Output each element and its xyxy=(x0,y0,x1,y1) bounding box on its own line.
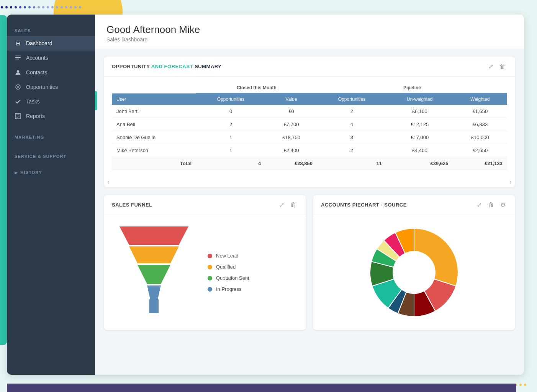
sidebar-item-dashboard[interactable]: ⊞ Dashboard xyxy=(7,36,95,51)
svg-point-39 xyxy=(17,70,19,72)
svg-point-11 xyxy=(51,6,54,8)
funnel-delete-button[interactable]: 🗑 xyxy=(289,201,298,209)
history-arrow-icon: ▶ xyxy=(15,171,18,175)
sidebar-section-history[interactable]: ▶ HISTORY xyxy=(7,166,95,179)
sidebar-item-opportunities[interactable]: Opportunities xyxy=(7,80,95,94)
legend-dot-qualified xyxy=(208,265,212,269)
legend-label-in-progress: In Progress xyxy=(216,286,241,292)
cell-closed-value: £0 xyxy=(265,105,317,118)
cell-total-closed-opps: 4 xyxy=(196,157,265,170)
cell-total-unweighted: £39,625 xyxy=(386,157,453,170)
opportunity-widget-title: OPPORTUNITY AND FORECAST SUMMARY xyxy=(112,64,221,69)
accounts-piechart-actions: ⤢ 🗑 ⚙ xyxy=(475,200,507,209)
tasks-icon xyxy=(15,98,21,105)
funnel-layer-3 xyxy=(138,265,170,284)
main-card: SALES ⊞ Dashboard Accounts Contacts xyxy=(7,15,524,375)
piechart-delete-button[interactable]: 🗑 xyxy=(486,201,496,209)
page-title: Good Afternoon Mike xyxy=(106,24,512,36)
opportunities-icon xyxy=(15,84,21,90)
sidebar-section-marketing: MARKETING xyxy=(7,127,95,143)
svg-point-13 xyxy=(61,6,63,8)
piechart-expand-button[interactable]: ⤢ xyxy=(475,200,483,209)
opportunity-table-wrapper: Closed this Month Pipeline User Opportun… xyxy=(104,77,515,176)
sidebar-item-tasks[interactable]: Tasks xyxy=(7,94,95,109)
piechart-settings-button[interactable]: ⚙ xyxy=(499,200,507,209)
page-header: Good Afternoon Mike Sales Dashboard xyxy=(95,15,524,49)
sales-funnel-title: SALES FUNNEL xyxy=(112,202,152,208)
page-subtitle: Sales Dashboard xyxy=(106,36,512,43)
svg-rect-37 xyxy=(15,57,21,58)
opp-title-part4: SUMMARY xyxy=(195,64,221,69)
funnel-svg xyxy=(116,223,192,322)
svg-point-6 xyxy=(28,6,31,8)
opportunity-delete-button[interactable]: 🗑 xyxy=(498,62,507,71)
cell-user: Sophie De Gualle xyxy=(112,131,196,144)
legend-dot-quotation xyxy=(208,276,212,280)
svg-point-16 xyxy=(74,6,77,8)
col-header-row: User Opportunities Value Opportunities U… xyxy=(112,93,507,105)
svg-point-1 xyxy=(5,6,8,8)
col-pipe-opps: Opportunities xyxy=(317,93,386,105)
legend-dot-in-progress xyxy=(208,287,212,292)
accounts-piechart-body xyxy=(313,215,515,330)
cell-unweighted: £17,000 xyxy=(386,131,453,144)
col-user: User xyxy=(112,93,196,105)
svg-point-0 xyxy=(1,6,3,8)
table-totals-row: Total 4 £28,850 11 £39,625 £21,133 xyxy=(112,157,507,170)
table-row: Sophie De Gualle 1 £18,750 3 £17,000 £10… xyxy=(112,131,507,144)
legend-label-new-lead: New Lead xyxy=(216,253,239,259)
legend-dot-new-lead xyxy=(208,254,212,258)
cell-total-weighted: £21,133 xyxy=(453,157,507,170)
svg-point-41 xyxy=(17,86,19,88)
sales-funnel-widget: SALES FUNNEL ⤢ 🗑 xyxy=(104,195,306,330)
cell-total-label: Total xyxy=(112,157,196,170)
sidebar-item-accounts[interactable]: Accounts xyxy=(7,51,95,65)
legend-item-qualified: Qualified xyxy=(208,264,249,270)
sidebar-item-contacts[interactable]: Contacts xyxy=(7,65,95,80)
donut-svg xyxy=(364,223,464,322)
col-closed-value: Value xyxy=(265,93,317,105)
funnel-expand-button[interactable]: ⤢ xyxy=(278,200,286,209)
cell-unweighted: £4,400 xyxy=(386,144,453,157)
opportunity-widget-header: OPPORTUNITY AND FORECAST SUMMARY ⤢ 🗑 xyxy=(104,57,515,77)
opportunity-widget: OPPORTUNITY AND FORECAST SUMMARY ⤢ 🗑 Clo… xyxy=(104,57,515,187)
legend-item-quotation: Quotation Sent xyxy=(208,275,249,281)
funnel-svg-container xyxy=(112,223,196,322)
scroll-hint: ‹ › xyxy=(104,176,515,187)
accounts-piechart-title: ACCOUNTS PIECHART - SOURCE xyxy=(321,202,407,208)
sidebar-item-reports[interactable]: Reports xyxy=(7,109,95,123)
cell-user: Ana Bell xyxy=(112,118,196,131)
sidebar: SALES ⊞ Dashboard Accounts Contacts xyxy=(7,15,95,375)
sidebar-section-history-label: HISTORY xyxy=(20,170,42,175)
svg-rect-36 xyxy=(15,56,21,56)
group-header-pipeline: Pipeline xyxy=(317,83,507,93)
legend-item-in-progress: In Progress xyxy=(208,286,249,292)
svg-point-3 xyxy=(15,6,17,8)
cell-total-closed-value: £28,850 xyxy=(265,157,317,170)
group-header-row: Closed this Month Pipeline xyxy=(112,83,507,93)
cell-closed-opps: 2 xyxy=(196,118,265,131)
funnel-legend: New Lead Qualified Quotation Sent xyxy=(208,253,249,292)
sidebar-label-contacts: Contacts xyxy=(26,69,47,75)
dashboard-body: OPPORTUNITY AND FORECAST SUMMARY ⤢ 🗑 Clo… xyxy=(95,49,524,338)
reports-icon xyxy=(15,113,21,120)
group-header-empty xyxy=(112,83,196,93)
cell-weighted: £10,000 xyxy=(453,131,507,144)
opp-title-part1: OPPORTUNITY xyxy=(112,64,151,69)
opportunity-table-body: Johti Barti 0 £0 2 £6,100 £1,650 Ana Bel… xyxy=(112,105,507,170)
funnel-layer-1 xyxy=(120,226,188,245)
sidebar-accent-bar xyxy=(95,91,97,110)
sidebar-section-service: SERVICE & SUPPORT xyxy=(7,146,95,162)
sidebar-section-sales: SALES xyxy=(7,21,95,36)
col-unweighted: Un-weighted xyxy=(386,93,453,105)
opp-title-part3: FORECAST xyxy=(164,64,195,69)
legend-item-new-lead: New Lead xyxy=(208,253,249,259)
opportunity-expand-button[interactable]: ⤢ xyxy=(487,62,495,71)
cell-user: Johti Barti xyxy=(112,105,196,118)
col-weighted: Weighted xyxy=(453,93,507,105)
svg-point-15 xyxy=(70,6,72,8)
table-row: Johti Barti 0 £0 2 £6,100 £1,650 xyxy=(112,105,507,118)
funnel-layer-4 xyxy=(147,285,161,299)
svg-point-34 xyxy=(519,384,522,386)
bg-dots-top xyxy=(0,3,84,11)
